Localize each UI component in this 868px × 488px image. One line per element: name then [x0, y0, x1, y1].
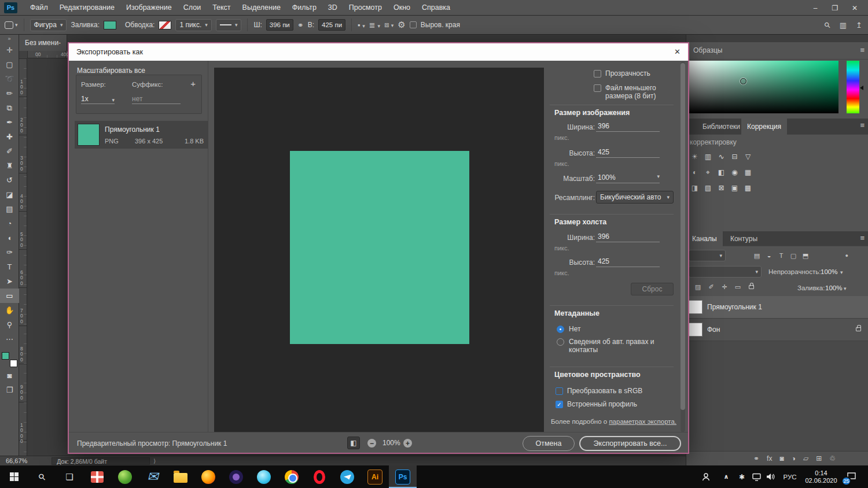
scale-size-select[interactable]: 1x▾: [81, 94, 115, 104]
stroke-type-select[interactable]: ▾: [216, 19, 242, 31]
clone-stamp-tool[interactable]: ♜: [0, 158, 19, 173]
layer-filter-select[interactable]: ▾: [689, 250, 726, 261]
menu-item[interactable]: Окно: [388, 3, 416, 12]
photo-filter-icon[interactable]: ◉: [728, 164, 741, 180]
people-icon[interactable]: [698, 465, 714, 488]
cyan-app-icon[interactable]: [250, 465, 278, 488]
panel-menu-icon[interactable]: ≡: [860, 46, 865, 54]
canvas-height-input[interactable]: 425: [596, 257, 660, 267]
metadata-none-radio[interactable]: [557, 326, 564, 333]
chevron-down-icon[interactable]: ▾: [840, 269, 843, 275]
shape-height-input[interactable]: 425 пи: [318, 19, 345, 31]
lock-all-icon[interactable]: [748, 285, 755, 289]
channel-mixer-icon[interactable]: ▦: [741, 164, 755, 180]
volume-icon[interactable]: [764, 465, 778, 488]
restore-button[interactable]: ❐: [825, 4, 845, 12]
resample-select[interactable]: Бикубический авто▾: [596, 191, 674, 204]
rectangle-tool[interactable]: ▭: [0, 289, 19, 303]
filter-shape-layers-icon[interactable]: ▢: [790, 252, 797, 260]
share-icon[interactable]: ↥: [856, 21, 862, 29]
zoom-in-button[interactable]: +: [403, 439, 412, 448]
zoom-level-field[interactable]: 66,67%: [6, 457, 27, 464]
gradient-tool[interactable]: ▤: [0, 202, 19, 216]
filter-pixel-layers-icon[interactable]: ▤: [753, 252, 760, 260]
threshold-icon[interactable]: ▣: [728, 180, 741, 195]
filter-adjustment-layers-icon[interactable]: ◒: [766, 252, 773, 259]
lasso-tool[interactable]: ➰: [0, 72, 19, 86]
hand-tool[interactable]: ✋: [0, 303, 19, 317]
eraser-tool[interactable]: ◪: [0, 187, 19, 202]
image-width-input[interactable]: 396: [596, 122, 660, 132]
file-explorer-icon[interactable]: [167, 465, 194, 488]
lock-position-icon[interactable]: ✛: [721, 283, 728, 291]
menu-item[interactable]: Выделение: [237, 3, 286, 12]
background-color-swatch[interactable]: [10, 360, 17, 367]
fill-value[interactable]: 100%: [825, 284, 842, 291]
tor-browser-icon[interactable]: [222, 465, 250, 488]
clock[interactable]: 0:14 02.06.2020: [802, 465, 840, 488]
hue-slider-marker[interactable]: [860, 86, 863, 90]
green-app-icon[interactable]: [111, 465, 139, 488]
menu-item[interactable]: Файл: [24, 3, 54, 12]
show-hidden-icons-chevron[interactable]: ∧: [720, 465, 733, 488]
taskbar-search-button[interactable]: ⚲: [28, 465, 56, 488]
red-app-icon[interactable]: [83, 465, 111, 488]
healing-brush-tool[interactable]: ✚: [0, 130, 19, 144]
lock-pixels-icon[interactable]: ✐: [708, 283, 715, 291]
tab-swatches[interactable]: Образцы: [687, 42, 728, 58]
path-alignment-icon[interactable]: ≣ ▾: [369, 21, 380, 29]
stroke-width-select[interactable]: 1 пикс.▾: [175, 19, 211, 31]
menu-item[interactable]: Фильтр: [286, 3, 322, 12]
layer-mask-icon[interactable]: ◙: [779, 454, 784, 463]
color-lookup-icon[interactable]: ◨: [688, 180, 701, 195]
layer-background[interactable]: Фон: [686, 319, 868, 341]
export-preview-canvas[interactable]: [214, 68, 544, 432]
scrollbar-thumb[interactable]: [681, 63, 685, 410]
curves-icon[interactable]: ∿: [715, 149, 728, 164]
exposure-icon[interactable]: ⊟: [728, 149, 741, 164]
export-all-button[interactable]: Экспортировать все...: [579, 436, 681, 451]
document-tab[interactable]: Без имени-: [19, 35, 67, 51]
chrome-icon[interactable]: [278, 465, 306, 488]
color-field[interactable]: [689, 61, 838, 113]
smaller-file-checkbox[interactable]: [594, 84, 601, 92]
opacity-value[interactable]: 100%: [821, 268, 837, 275]
search-icon[interactable]: ⚲: [822, 20, 832, 29]
brush-tool[interactable]: ✐: [0, 144, 19, 158]
path-operations-icon[interactable]: ▪ ▾: [358, 21, 365, 29]
marquee-tool[interactable]: ▢: [0, 57, 19, 72]
screen-mode-icon[interactable]: ❐: [0, 383, 19, 397]
delete-layer-icon[interactable]: ♲: [829, 454, 836, 463]
color-balance-icon[interactable]: ⌖: [701, 164, 715, 180]
hue-saturation-icon[interactable]: ◐: [688, 164, 701, 180]
chevron-down-icon[interactable]: ▾: [844, 286, 847, 291]
layer-thumbnail[interactable]: [689, 300, 703, 314]
eyedropper-tool[interactable]: ✒: [0, 115, 19, 130]
fill-color-swatch[interactable]: [104, 21, 116, 29]
metadata-copyright-radio[interactable]: [557, 338, 564, 346]
new-layer-icon[interactable]: ⊞: [816, 454, 822, 463]
keyboard-language-button[interactable]: РУС: [780, 465, 800, 488]
selective-color-icon[interactable]: ▩: [741, 180, 755, 195]
edit-toolbar-icon[interactable]: ⋯: [0, 332, 19, 346]
tray-app-icon[interactable]: ✱: [736, 465, 748, 488]
add-scale-button[interactable]: +: [190, 79, 196, 88]
quick-mask-icon[interactable]: ◙: [0, 368, 19, 383]
photoshop-icon[interactable]: Ps: [389, 465, 417, 488]
blend-mode-select[interactable]: ▾: [689, 266, 762, 278]
history-brush-tool[interactable]: ↺: [0, 173, 19, 187]
tab-channels[interactable]: Каналы: [686, 231, 723, 246]
tab-adjustments[interactable]: Коррекция: [741, 119, 787, 135]
firefox-icon[interactable]: [194, 465, 222, 488]
gear-icon[interactable]: ⚙: [398, 20, 405, 30]
layer-group-icon[interactable]: ▱: [803, 454, 808, 463]
layer-rectangle-1[interactable]: Прямоугольник 1: [686, 296, 868, 319]
minimize-button[interactable]: –: [806, 4, 825, 12]
lock-transparency-icon[interactable]: ▨: [694, 283, 701, 291]
menu-item[interactable]: Редактирование: [54, 3, 120, 12]
color-swatches[interactable]: [2, 352, 17, 367]
task-view-button[interactable]: ❏: [56, 465, 83, 488]
dialog-scrollbar[interactable]: [681, 62, 685, 432]
menu-item[interactable]: Просмотр: [343, 3, 388, 12]
vibrance-icon[interactable]: ▽: [741, 149, 755, 164]
